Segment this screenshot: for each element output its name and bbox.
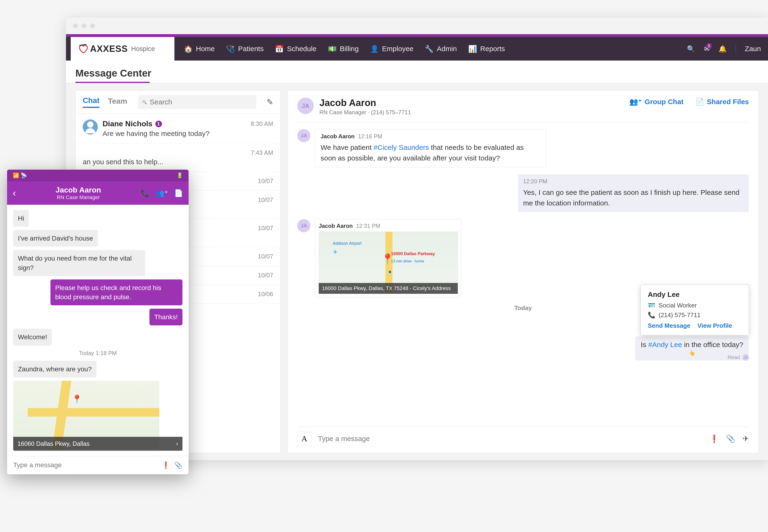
- svg-point-1: [87, 121, 94, 128]
- add-person-icon[interactable]: 👥⁺: [156, 189, 168, 197]
- nav-home[interactable]: 🏠Home: [184, 45, 215, 53]
- send-message-link[interactable]: Send Message: [648, 322, 690, 329]
- priority-icon[interactable]: ❗: [710, 434, 719, 443]
- message-composer: A ❗ 📎 ✈: [297, 427, 749, 446]
- contact-popover: Andy Lee 🪪Social Worker 📞(214) 575-7711 …: [641, 285, 749, 335]
- thread-messages: JA Jacob Aaron12:16 PM We have patient #…: [297, 122, 749, 427]
- nav-billing[interactable]: 💵Billing: [328, 45, 359, 53]
- location-dot-icon: ●: [388, 268, 392, 275]
- composer-input[interactable]: [316, 432, 702, 446]
- map-address-label: 16000 Dallas Parkway: [391, 251, 435, 256]
- chat-preview: an you send this to help...: [83, 158, 273, 166]
- window-controls: [73, 24, 95, 28]
- nav-employee[interactable]: 👤Employee: [370, 45, 414, 53]
- compose-icon[interactable]: ✎: [266, 97, 273, 107]
- mobile-map-attachment[interactable]: 📍 16060 Dallas Pkwy, Dallas ›: [13, 381, 182, 451]
- chat-row[interactable]: Diane Nichols 1 8:30 AM Are we having th…: [76, 114, 280, 143]
- maximize-dot[interactable]: [90, 24, 95, 28]
- tab-team[interactable]: Team: [108, 97, 127, 107]
- nav-patients[interactable]: 🩺Patients: [226, 45, 263, 53]
- search-input[interactable]: [150, 98, 252, 106]
- map-bubble[interactable]: Jacob Aaron12:31 PM Addison Airport ✈ 📍 …: [315, 219, 461, 297]
- map-caption: 16000 Dallas Pkwy, Dallas, TX 75248 - Ci…: [319, 283, 458, 294]
- patient-link[interactable]: #Cicely Saunders: [373, 143, 429, 151]
- popover-role: Social Worker: [659, 302, 697, 309]
- chat-time: 10/06: [258, 291, 273, 298]
- mobile-msg-in: I've arrived David's house: [13, 230, 98, 247]
- nav-reports[interactable]: 📊Reports: [468, 45, 505, 53]
- mobile-msg-in: What do you need from me for the vital s…: [13, 250, 145, 276]
- thread-header: JA Jacob Aaron RN Case Manager · (214) 5…: [297, 98, 749, 122]
- file-icon[interactable]: 📄: [174, 189, 183, 197]
- msg-time: 12:16 PM: [358, 133, 382, 139]
- priority-icon[interactable]: ❗: [162, 461, 170, 469]
- unread-badge: 1: [155, 121, 162, 127]
- search-box[interactable]: 🔍: [138, 95, 256, 109]
- chat-name: Diane Nichols: [102, 119, 152, 128]
- nav-items: 🏠Home 🩺Patients 📅Schedule 💵Billing 👤Empl…: [184, 45, 687, 53]
- nav-admin[interactable]: 🔧Admin: [425, 45, 457, 53]
- search-icon[interactable]: 🔍: [687, 45, 695, 53]
- brand-name: AXXESS: [90, 44, 128, 54]
- accent-strip: [66, 34, 768, 37]
- chat-tabs: Chat Team 🔍 ✎: [76, 90, 280, 114]
- mobile-map-caption-bar[interactable]: 16060 Dallas Pkwy, Dallas ›: [13, 437, 182, 451]
- mobile-msg-out: Please help us check and record his bloo…: [50, 279, 182, 305]
- msg-sender: Jacob Aaron: [319, 223, 352, 229]
- view-profile-link[interactable]: View Profile: [698, 322, 732, 329]
- mobile-composer: ❗ 📎: [7, 456, 189, 474]
- group-icon: 👥⁺: [629, 98, 642, 106]
- mention-link[interactable]: #Andy Lee: [648, 341, 682, 348]
- mail-icon[interactable]: ✉1: [704, 45, 710, 53]
- battery-icon: 🔋: [176, 172, 183, 179]
- msg-avatar: JA: [297, 129, 310, 142]
- msg-bubble: 12:20 PM Yes, I can go see the patient a…: [518, 174, 749, 212]
- shared-files-button[interactable]: 📄Shared Files: [695, 98, 749, 106]
- chevron-right-icon: ›: [176, 440, 178, 447]
- read-avatar: JA: [742, 354, 749, 361]
- nav-utilities: 🔍 ✉1 🔔 Zaun: [687, 44, 761, 53]
- send-icon[interactable]: ✈: [743, 434, 749, 443]
- nav-schedule[interactable]: 📅Schedule: [275, 45, 316, 53]
- nav-divider: [736, 44, 736, 53]
- chat-row[interactable]: 7:43 AM an you send this to help...: [76, 143, 280, 172]
- mobile-msg-in: Hi: [13, 210, 29, 227]
- mobile-map-address: 16060 Dallas Pkwy, Dallas: [17, 440, 90, 447]
- mobile-time-divider: Today 1:18 PM: [13, 350, 182, 356]
- mobile-contact-name: Jacob Aaron: [20, 186, 136, 194]
- mobile-thread[interactable]: Hi I've arrived David's house What do yo…: [7, 205, 189, 456]
- brand-logo[interactable]: AXXESS Hospice: [71, 37, 174, 61]
- home-icon: 🏠: [184, 45, 193, 53]
- window-titlebar: [66, 18, 768, 34]
- message-incoming: JA Jacob Aaron12:16 PM We have patient #…: [297, 129, 749, 167]
- tab-chat[interactable]: Chat: [83, 96, 99, 108]
- thread-contact-name: Jacob Aaron: [319, 98, 411, 108]
- employee-icon: 👤: [370, 45, 379, 53]
- top-nav: AXXESS Hospice 🏠Home 🩺Patients 📅Schedule…: [66, 37, 768, 61]
- attach-icon[interactable]: 📎: [726, 434, 735, 443]
- mobile-composer-input[interactable]: [13, 461, 157, 469]
- mobile-msg-in: Zaundra, where are you?: [13, 361, 96, 377]
- mobile-contact-role: RN Case Manager: [20, 194, 136, 201]
- back-icon[interactable]: ‹: [13, 188, 16, 198]
- file-icon: 📄: [695, 98, 704, 106]
- mail-badge: 1: [706, 43, 712, 49]
- page-title: Message Center: [66, 61, 768, 79]
- group-chat-button[interactable]: 👥⁺Group Chat: [629, 98, 684, 106]
- thread-actions: 👥⁺Group Chat 📄Shared Files: [629, 98, 749, 106]
- call-icon[interactable]: 📞: [141, 189, 149, 197]
- attach-icon[interactable]: 📎: [174, 461, 182, 469]
- msg-time: 12:31 PM: [356, 223, 380, 229]
- thread-avatar: JA: [297, 98, 314, 114]
- format-button[interactable]: A: [297, 432, 311, 446]
- close-dot[interactable]: [73, 24, 78, 28]
- minimize-dot[interactable]: [82, 24, 86, 28]
- avatar: [83, 119, 98, 135]
- msg-bubble: Jacob Aaron12:16 PM We have patient #Cic…: [315, 129, 546, 167]
- message-outgoing: 12:20 PM Yes, I can go see the patient a…: [297, 174, 749, 212]
- chat-preview: Are we having the meeting today?: [102, 130, 273, 138]
- nav-user[interactable]: Zaun: [745, 45, 761, 53]
- product-name: Hospice: [131, 45, 155, 53]
- bell-icon[interactable]: 🔔: [719, 45, 727, 53]
- mobile-status-bar: 📶 📡 🔋: [7, 170, 189, 181]
